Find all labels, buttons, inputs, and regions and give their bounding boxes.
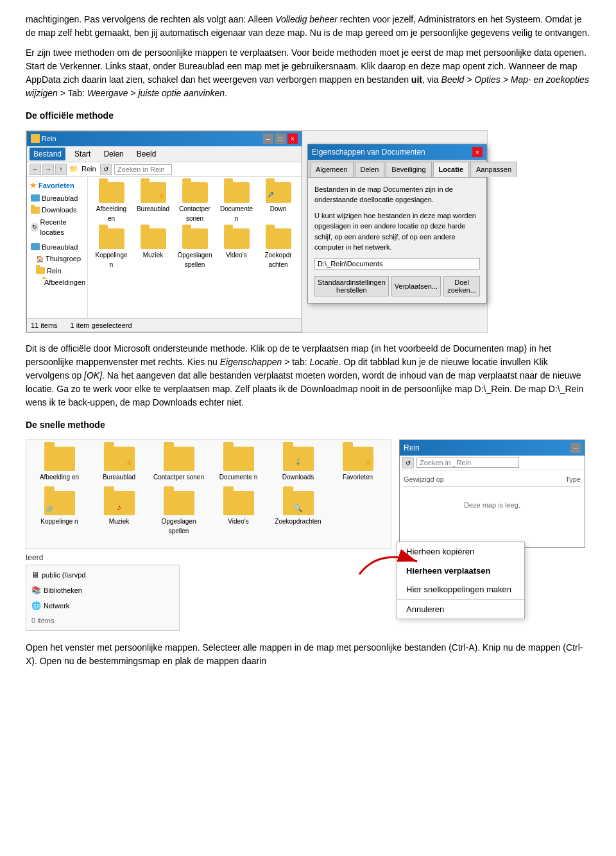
explorer-screenshot-1: Rein – □ × Bestand Start Delen Beeld ← → <box>26 130 488 333</box>
addr-rein-text: Rein <box>81 165 96 173</box>
para2-rest2: > Tab: <box>58 88 87 98</box>
sidebar-favorites-section: ★ Favorieten Bureaublad Downloads ↻ <box>30 180 85 239</box>
file-item-muziek[interactable]: Muziek <box>133 227 173 271</box>
rein-search-input[interactable] <box>416 458 519 468</box>
sidebar-item-downloads[interactable]: Downloads <box>30 204 85 216</box>
file-item-contactpersonen[interactable]: Contactper sonen <box>175 181 214 225</box>
grid2-documenten[interactable]: Documente n <box>210 445 266 483</box>
grid2-label-videos: Video's <box>228 517 248 526</box>
sidebar-item-thuisgroep[interactable]: 🏠 Thuisgroep <box>30 253 85 265</box>
grid2-favorieten[interactable]: Favorieten <box>330 445 386 483</box>
folder-icon-videos <box>224 228 250 249</box>
maximize-button[interactable]: □ <box>275 133 286 144</box>
grid2-label-bureaublad: Bureaublad <box>103 472 135 482</box>
file-item-bureaublad[interactable]: Bureaublad <box>133 181 173 225</box>
rein-titlebar: Rein – <box>400 440 585 456</box>
grid2-folder-opgeslagen <box>164 491 194 515</box>
refresh-button[interactable]: ↺ <box>100 164 112 175</box>
file-item-down[interactable]: Down <box>259 181 298 225</box>
status-selected: 1 item geselecteerd <box>71 320 132 331</box>
sidebar-item-afbeeldingen[interactable]: Afbeeldingen <box>30 277 85 289</box>
menu-beeld[interactable]: Beeld <box>133 148 160 160</box>
grid2-folder-videos <box>223 491 254 515</box>
paragraph-1: machtigingen. Pas vervolgens de rechten … <box>26 13 590 40</box>
tab-beveiliging[interactable]: Beveiliging <box>386 162 431 177</box>
file-item-opgeslagen[interactable]: Opgeslagen spellen <box>175 227 214 271</box>
explorer-titlebar-1: Rein – □ × <box>27 132 302 146</box>
tab-algemeen[interactable]: Algemeen <box>310 162 354 177</box>
props-text1: Bestanden in de map Documenten zijn in d… <box>314 184 480 205</box>
grid2-muziek[interactable]: Muziek <box>91 490 147 537</box>
desc1-text4: . Na het aangeven dat alle bestanden ver… <box>26 370 583 407</box>
props-close-button[interactable]: × <box>472 147 483 157</box>
close-button[interactable]: × <box>287 133 298 144</box>
sidebar-thuisgroep-label: Thuisgroep <box>46 253 81 264</box>
grid2-contactpersonen[interactable]: Contactper sonen <box>151 445 207 483</box>
file-label-bureaublad: Bureaublad <box>137 204 169 214</box>
props-path-input[interactable] <box>314 258 480 270</box>
search-input[interactable] <box>114 164 172 175</box>
rein-folder-icon <box>36 267 45 274</box>
menu-start[interactable]: Start <box>71 148 94 160</box>
folder-icon-opgeslagen <box>182 228 208 249</box>
status-items-count: 11 items <box>31 320 58 331</box>
tab-delen[interactable]: Delen <box>355 162 385 177</box>
explorer-addressbar: ← → ↑ 📁 Rein ↺ <box>27 162 302 177</box>
forward-button[interactable]: → <box>42 164 54 175</box>
back-button[interactable]: ← <box>30 164 41 175</box>
public-icon: 🖥 <box>31 569 39 581</box>
grid2-koppelingen[interactable]: Koppelinge n <box>31 490 87 537</box>
sidebar-recente-label: Recente locaties <box>40 217 83 238</box>
rein-minimize-button[interactable]: – <box>570 443 581 453</box>
props-btn-standaard[interactable]: Standaardinstellingen herstellen <box>314 276 389 296</box>
para2-italic2: Weergave > juiste optie aanvinken <box>87 88 225 98</box>
grid2-opgeslagen[interactable]: Opgeslagen spellen <box>151 490 207 537</box>
explorer-files-area: Afbeelding en Bureaublad Contactper sone… <box>88 177 302 318</box>
sidebar-item-bureaublad[interactable]: Bureaublad <box>30 193 85 205</box>
props-btn-doel[interactable]: Doel zoeken... <box>443 276 480 296</box>
grid2-zoekopdrachten[interactable]: Zoekopdrachten <box>270 490 326 537</box>
nav-tree-bibliotheken[interactable]: 📚 Bibliotheken <box>29 583 176 597</box>
grid2-folder-documenten <box>223 447 254 471</box>
props-titlebar: Eigenschappen van Documenten × <box>308 144 486 160</box>
rein-col-gewijzigd: Gewijzigd op <box>404 474 444 485</box>
nav-tree-public[interactable]: 🖥 public (\\srvpd <box>29 568 176 582</box>
file-item-koppelingen[interactable]: Koppelinge n <box>92 227 131 271</box>
folder-icon-muziek <box>141 228 166 249</box>
file-item-videos[interactable]: Video's <box>217 227 256 271</box>
menu-delen[interactable]: Delen <box>99 148 127 160</box>
props-btn-verplaatsen[interactable]: Verplaatsen... <box>391 276 441 296</box>
grid2-downloads[interactable]: Downloads <box>270 445 326 483</box>
sidebar-favorites-header: ★ Favorieten <box>30 180 85 191</box>
page-content: machtigingen. Pas vervolgens de rechten … <box>0 0 616 687</box>
file-item-zoekopdrachten[interactable]: Zoekopdr achten <box>259 227 298 271</box>
grid2-label-afbeeldingen: Afbeelding en <box>40 472 79 482</box>
up-button[interactable]: ↑ <box>55 164 67 175</box>
desc1-text2: > tab: <box>282 357 309 367</box>
context-item-snelkoppelingen[interactable]: Hier snelkoppelingen maken <box>397 580 524 599</box>
grid2-label-documenten: Documente n <box>219 472 257 482</box>
rein-explorer: Rein – ↺ Gewijzigd op Type Deze map is l… <box>399 440 585 548</box>
sidebar-item-recente[interactable]: ↻ Recente locaties <box>30 216 85 239</box>
tab-aanpassen[interactable]: Aanpassen <box>470 162 517 177</box>
sidebar-item-rein[interactable]: Rein <box>30 265 85 277</box>
context-item-annuleren[interactable]: Annuleren <box>397 599 524 619</box>
section1-heading: De officiële methode <box>26 109 590 123</box>
nav-tree-netwerk[interactable]: 🌐 Netwerk <box>29 599 176 613</box>
grid2-bureaublad[interactable]: Bureaublad <box>91 445 147 483</box>
title-folder-icon <box>31 134 40 143</box>
grid2-afbeeldingen[interactable]: Afbeelding en <box>31 445 87 483</box>
tab-locatie[interactable]: Locatie <box>433 162 470 177</box>
file-item-documenten[interactable]: Documente n <box>217 181 256 225</box>
folder-icon-koppelingen <box>99 228 124 249</box>
sidebar-item-tree-bureaublad[interactable]: Bureaublad <box>30 241 85 253</box>
menu-bestand[interactable]: Bestand <box>30 148 65 160</box>
props-body: Bestanden in de map Documenten zijn in d… <box>308 178 486 303</box>
file-label-contactpersonen: Contactper sonen <box>176 204 213 223</box>
sidebar-tree-bureaublad: Bureaublad <box>42 242 78 253</box>
rein-refresh-button[interactable]: ↺ <box>402 457 414 468</box>
sidebar-bureaublad-label: Bureaublad <box>42 193 78 204</box>
file-item-afbeeldingen[interactable]: Afbeelding en <box>92 181 131 225</box>
grid2-videos[interactable]: Video's <box>210 490 266 537</box>
minimize-button[interactable]: – <box>263 133 273 144</box>
